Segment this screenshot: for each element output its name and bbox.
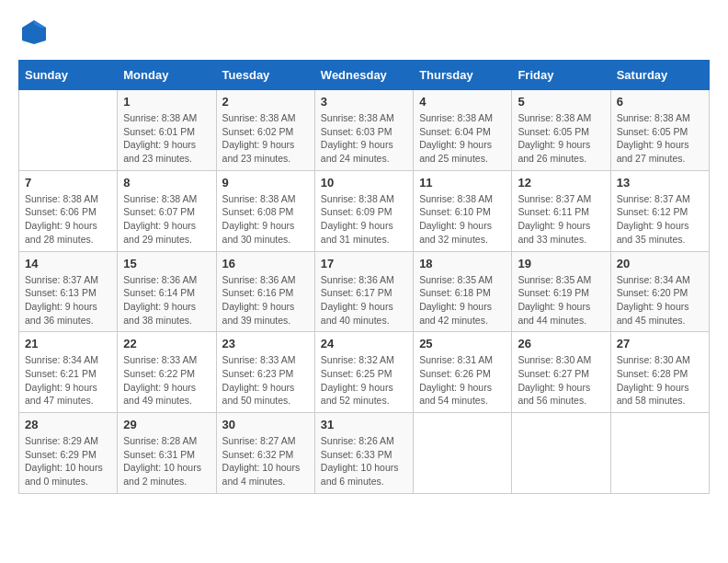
day-info: Sunrise: 8:38 AM Sunset: 6:05 PM Dayligh… (617, 111, 703, 166)
day-number: 30 (222, 418, 309, 431)
day-info: Sunrise: 8:38 AM Sunset: 6:04 PM Dayligh… (419, 111, 506, 166)
day-number: 3 (321, 95, 407, 109)
calendar-cell: 8Sunrise: 8:38 AM Sunset: 6:07 PM Daylig… (118, 170, 216, 251)
day-info: Sunrise: 8:27 AM Sunset: 6:32 PM Dayligh… (222, 434, 309, 488)
day-info: Sunrise: 8:38 AM Sunset: 6:06 PM Dayligh… (25, 192, 111, 247)
calendar-cell: 6Sunrise: 8:38 AM Sunset: 6:05 PM Daylig… (610, 90, 709, 171)
day-number: 23 (222, 337, 309, 350)
calendar-cell: 25Sunrise: 8:31 AM Sunset: 6:26 PM Dayli… (414, 332, 512, 413)
day-number: 20 (617, 257, 703, 270)
calendar-cell (512, 413, 610, 494)
day-info: Sunrise: 8:38 AM Sunset: 6:07 PM Dayligh… (123, 192, 210, 247)
day-number: 12 (518, 176, 604, 190)
calendar-cell: 21Sunrise: 8:34 AM Sunset: 6:21 PM Dayli… (19, 332, 118, 413)
header-monday: Monday (118, 61, 216, 90)
day-info: Sunrise: 8:38 AM Sunset: 6:01 PM Dayligh… (123, 111, 210, 166)
day-info: Sunrise: 8:31 AM Sunset: 6:26 PM Dayligh… (419, 353, 506, 408)
header-tuesday: Tuesday (216, 61, 314, 90)
header-saturday: Saturday (610, 61, 709, 90)
day-info: Sunrise: 8:26 AM Sunset: 6:33 PM Dayligh… (321, 434, 407, 488)
calendar-cell: 10Sunrise: 8:38 AM Sunset: 6:09 PM Dayli… (314, 170, 413, 251)
day-info: Sunrise: 8:28 AM Sunset: 6:31 PM Dayligh… (123, 434, 210, 488)
day-number: 25 (419, 337, 506, 350)
calendar-cell: 7Sunrise: 8:38 AM Sunset: 6:06 PM Daylig… (19, 170, 118, 251)
calendar-body: 1Sunrise: 8:38 AM Sunset: 6:01 PM Daylig… (19, 90, 710, 494)
day-info: Sunrise: 8:37 AM Sunset: 6:13 PM Dayligh… (25, 273, 111, 327)
logo (18, 18, 48, 51)
calendar-cell: 28Sunrise: 8:29 AM Sunset: 6:29 PM Dayli… (19, 413, 118, 494)
day-number: 2 (222, 95, 309, 109)
day-number: 26 (518, 337, 604, 350)
day-info: Sunrise: 8:34 AM Sunset: 6:20 PM Dayligh… (617, 273, 703, 327)
day-info: Sunrise: 8:30 AM Sunset: 6:28 PM Dayligh… (617, 353, 703, 408)
calendar-cell: 24Sunrise: 8:32 AM Sunset: 6:25 PM Dayli… (314, 332, 413, 413)
calendar-cell: 9Sunrise: 8:38 AM Sunset: 6:08 PM Daylig… (216, 170, 314, 251)
day-number: 18 (419, 257, 506, 270)
day-info: Sunrise: 8:38 AM Sunset: 6:08 PM Dayligh… (222, 192, 309, 247)
calendar-cell: 22Sunrise: 8:33 AM Sunset: 6:22 PM Dayli… (118, 332, 216, 413)
header-row: Sunday Monday Tuesday Wednesday Thursday… (19, 61, 710, 90)
day-info: Sunrise: 8:36 AM Sunset: 6:16 PM Dayligh… (222, 273, 309, 327)
calendar-cell (19, 90, 118, 171)
day-number: 5 (518, 95, 604, 109)
calendar-cell: 2Sunrise: 8:38 AM Sunset: 6:02 PM Daylig… (216, 90, 314, 171)
calendar-cell: 13Sunrise: 8:37 AM Sunset: 6:12 PM Dayli… (610, 170, 709, 251)
calendar-week-2: 7Sunrise: 8:38 AM Sunset: 6:06 PM Daylig… (19, 170, 710, 251)
calendar-cell: 30Sunrise: 8:27 AM Sunset: 6:32 PM Dayli… (216, 413, 314, 494)
calendar-cell: 17Sunrise: 8:36 AM Sunset: 6:17 PM Dayli… (314, 251, 413, 332)
day-info: Sunrise: 8:38 AM Sunset: 6:10 PM Dayligh… (419, 192, 506, 247)
day-info: Sunrise: 8:29 AM Sunset: 6:29 PM Dayligh… (25, 434, 111, 488)
header-thursday: Thursday (414, 61, 512, 90)
calendar-week-5: 28Sunrise: 8:29 AM Sunset: 6:29 PM Dayli… (19, 413, 710, 494)
calendar-cell: 15Sunrise: 8:36 AM Sunset: 6:14 PM Dayli… (118, 251, 216, 332)
day-info: Sunrise: 8:38 AM Sunset: 6:03 PM Dayligh… (321, 111, 407, 166)
calendar-cell: 27Sunrise: 8:30 AM Sunset: 6:28 PM Dayli… (610, 332, 709, 413)
calendar-cell: 31Sunrise: 8:26 AM Sunset: 6:33 PM Dayli… (314, 413, 413, 494)
header-friday: Friday (512, 61, 610, 90)
calendar-cell: 18Sunrise: 8:35 AM Sunset: 6:18 PM Dayli… (414, 251, 512, 332)
day-number: 28 (25, 418, 111, 431)
day-number: 11 (419, 176, 506, 190)
day-number: 31 (321, 418, 407, 431)
day-number: 19 (518, 257, 604, 270)
calendar-header: Sunday Monday Tuesday Wednesday Thursday… (19, 61, 710, 90)
day-number: 15 (123, 257, 210, 270)
day-number: 1 (123, 95, 210, 109)
calendar-cell: 11Sunrise: 8:38 AM Sunset: 6:10 PM Dayli… (414, 170, 512, 251)
day-number: 13 (617, 176, 703, 190)
calendar-cell: 4Sunrise: 8:38 AM Sunset: 6:04 PM Daylig… (414, 90, 512, 171)
day-info: Sunrise: 8:36 AM Sunset: 6:14 PM Dayligh… (123, 273, 210, 327)
day-number: 22 (123, 337, 210, 350)
calendar-week-4: 21Sunrise: 8:34 AM Sunset: 6:21 PM Dayli… (19, 332, 710, 413)
day-number: 21 (25, 337, 111, 350)
day-number: 29 (123, 418, 210, 431)
day-info: Sunrise: 8:35 AM Sunset: 6:18 PM Dayligh… (419, 273, 506, 327)
day-number: 27 (617, 337, 703, 350)
day-info: Sunrise: 8:34 AM Sunset: 6:21 PM Dayligh… (25, 353, 111, 408)
day-number: 8 (123, 176, 210, 190)
day-number: 17 (321, 257, 407, 270)
calendar-cell: 29Sunrise: 8:28 AM Sunset: 6:31 PM Dayli… (118, 413, 216, 494)
day-info: Sunrise: 8:30 AM Sunset: 6:27 PM Dayligh… (518, 353, 604, 408)
day-info: Sunrise: 8:33 AM Sunset: 6:23 PM Dayligh… (222, 353, 309, 408)
calendar-cell: 20Sunrise: 8:34 AM Sunset: 6:20 PM Dayli… (610, 251, 709, 332)
day-info: Sunrise: 8:32 AM Sunset: 6:25 PM Dayligh… (321, 353, 407, 408)
calendar-table: Sunday Monday Tuesday Wednesday Thursday… (18, 60, 710, 494)
header-wednesday: Wednesday (314, 61, 413, 90)
day-number: 7 (25, 176, 111, 190)
calendar-cell: 23Sunrise: 8:33 AM Sunset: 6:23 PM Dayli… (216, 332, 314, 413)
day-number: 9 (222, 176, 309, 190)
header-sunday: Sunday (19, 61, 118, 90)
day-number: 4 (419, 95, 506, 109)
calendar-cell: 26Sunrise: 8:30 AM Sunset: 6:27 PM Dayli… (512, 332, 610, 413)
day-number: 16 (222, 257, 309, 270)
calendar-cell (610, 413, 709, 494)
day-info: Sunrise: 8:38 AM Sunset: 6:05 PM Dayligh… (518, 111, 604, 166)
calendar-cell (414, 413, 512, 494)
day-number: 24 (321, 337, 407, 350)
logo-text (18, 18, 48, 51)
page-header (18, 18, 710, 51)
calendar-cell: 14Sunrise: 8:37 AM Sunset: 6:13 PM Dayli… (19, 251, 118, 332)
calendar-cell: 12Sunrise: 8:37 AM Sunset: 6:11 PM Dayli… (512, 170, 610, 251)
day-info: Sunrise: 8:36 AM Sunset: 6:17 PM Dayligh… (321, 273, 407, 327)
